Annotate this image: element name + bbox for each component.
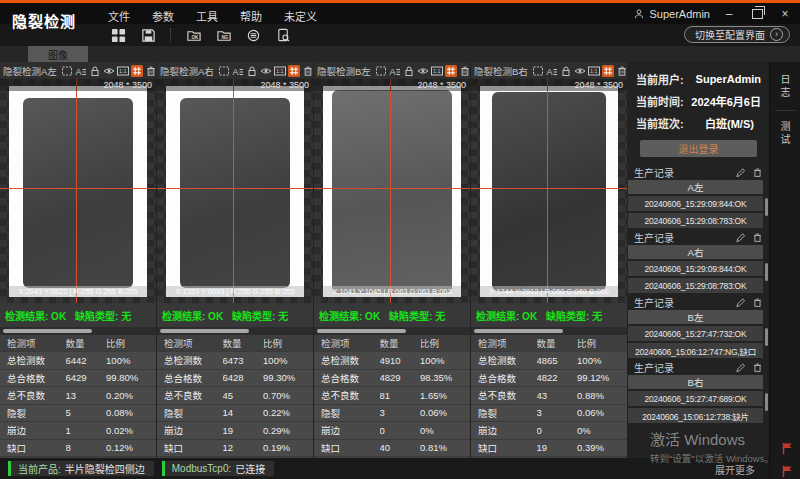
table-header-cell: 比例 — [263, 336, 313, 350]
annotation-icon[interactable]: A — [232, 65, 244, 77]
result-bar: 检测结果: OK 缺陷类型: 无 — [471, 303, 627, 327]
record-section-b-right: 生产记录 B右 20240606_15:27:47:689:OK20240606… — [628, 360, 769, 423]
save-icon[interactable] — [140, 27, 157, 44]
folder-ng-icon[interactable]: NG — [215, 27, 232, 44]
folder-ok-icon[interactable]: OK — [185, 27, 202, 44]
record-entry[interactable]: 20240606_15:27:47:732:OK — [628, 326, 763, 341]
menu-help[interactable]: 帮助 — [240, 8, 262, 24]
trash-icon[interactable] — [302, 65, 314, 77]
grid-icon[interactable] — [602, 65, 614, 77]
scrollbar-thumb[interactable] — [160, 329, 249, 333]
edit-icon[interactable] — [734, 231, 746, 243]
lock-icon[interactable] — [403, 65, 415, 77]
record-scrollbar[interactable] — [765, 393, 768, 411]
record-scrollbar[interactable] — [765, 198, 768, 216]
expand-more-link[interactable]: 展开更多 — [715, 462, 755, 477]
scrollbar-thumb[interactable] — [3, 329, 92, 333]
edit-icon[interactable] — [734, 296, 746, 308]
lock-icon[interactable] — [246, 65, 258, 77]
selection-rect-icon[interactable] — [375, 65, 387, 77]
grid-icon[interactable] — [445, 65, 457, 77]
table-cell: 缺口 — [471, 441, 537, 455]
record-list: 20240606_15:27:47:732:OK20240606_15:06:1… — [628, 326, 763, 358]
image-viewport[interactable]: 2048 * 3500 X:1041 Y:1045 | R:063 G:063 … — [314, 79, 470, 303]
trash-icon[interactable] — [145, 65, 157, 77]
status-label: 当前产品: — [18, 461, 61, 476]
info-row-shift: 当前班次: 白班(M/S) — [628, 112, 769, 134]
record-scrollbar[interactable] — [765, 263, 768, 281]
eye-icon[interactable] — [260, 65, 272, 77]
close-button[interactable]: × — [776, 6, 794, 22]
flag-icon[interactable] — [781, 465, 794, 478]
flag-icon[interactable] — [781, 442, 794, 455]
lock-icon[interactable] — [89, 65, 101, 77]
result-status: 检测结果: OK — [5, 308, 66, 323]
horizontal-scrollbar[interactable] — [471, 327, 627, 335]
table-row: 总不良数811.65% — [314, 387, 470, 405]
tab-test[interactable]: 测试 — [778, 121, 792, 147]
one-to-one-icon[interactable]: 1:1 — [117, 65, 129, 77]
record-entry[interactable]: 20240606_15:29:09:844:OK — [628, 196, 763, 211]
search-log-icon[interactable] — [275, 27, 292, 44]
table-cell: 总检测数 — [0, 353, 66, 367]
image-viewport[interactable]: 2048 * 3500 X:1353 Y:0093 | R:255 G:255 … — [157, 79, 313, 303]
stack-icon[interactable] — [245, 27, 262, 44]
scrollbar-thumb[interactable] — [317, 329, 406, 333]
eye-icon[interactable] — [417, 65, 429, 77]
lock-icon[interactable] — [560, 65, 572, 77]
record-scrollbar[interactable] — [765, 328, 768, 346]
annotation-icon[interactable]: A — [389, 65, 401, 77]
menu-tools[interactable]: 工具 — [196, 8, 218, 24]
current-user-chip[interactable]: SuperAdmin — [633, 8, 710, 20]
image-viewport[interactable]: 2048 * 3500 X:2043 Y:0522 | R:255 G:255 … — [0, 79, 156, 303]
svg-text:OK: OK — [191, 34, 199, 39]
trash-icon[interactable] — [751, 361, 763, 373]
minimize-button[interactable]: – — [720, 6, 738, 22]
record-entry[interactable]: 20240606_15:06:12:747:NG,缺口 — [628, 343, 763, 358]
grid-icon[interactable] — [288, 65, 300, 77]
one-to-one-icon[interactable]: 1:1 — [431, 65, 443, 77]
trash-icon[interactable] — [459, 65, 471, 77]
svg-text:1:1: 1:1 — [433, 68, 441, 74]
selection-rect-icon[interactable] — [532, 65, 544, 77]
info-value: SuperAdmin — [696, 73, 761, 85]
scrollbar-thumb[interactable] — [474, 329, 563, 333]
selection-rect-icon[interactable] — [218, 65, 230, 77]
maximize-button[interactable] — [748, 6, 766, 22]
menu-file[interactable]: 文件 — [108, 8, 130, 24]
image-viewport[interactable]: 2048 * 3500 X:1744 Y:2912 | R:060 G:060 … — [471, 79, 627, 303]
menu-parameters[interactable]: 参数 — [152, 8, 174, 24]
annotation-icon[interactable]: A — [75, 65, 87, 77]
horizontal-scrollbar[interactable] — [314, 327, 470, 335]
trash-icon[interactable] — [751, 296, 763, 308]
horizontal-scrollbar[interactable] — [157, 327, 313, 335]
status-bar: 当前产品: 半片隐裂检四侧边 ModbusTcp0: 已连接 展开更多 — [0, 458, 769, 479]
trash-icon[interactable] — [751, 166, 763, 178]
one-to-one-icon[interactable]: 1:1 — [588, 65, 600, 77]
logout-button[interactable]: 退出登录 — [640, 140, 757, 157]
table-cell: 12 — [223, 442, 264, 453]
trash-icon[interactable] — [616, 65, 628, 77]
record-entry[interactable]: 20240606_15:29:08:783:OK — [628, 213, 763, 228]
record-entry[interactable]: 20240606_15:29:09:844:OK — [628, 261, 763, 276]
tab-image[interactable]: 图像 — [28, 46, 88, 62]
edit-icon[interactable] — [734, 166, 746, 178]
grid-icon[interactable] — [131, 65, 143, 77]
horizontal-scrollbar[interactable] — [0, 327, 156, 335]
trash-icon[interactable] — [751, 231, 763, 243]
annotation-icon[interactable]: A — [546, 65, 558, 77]
tab-log[interactable]: 日志 — [778, 74, 792, 100]
layout-icon[interactable] — [110, 27, 127, 44]
menu-undefined[interactable]: 未定义 — [284, 8, 317, 24]
table-cell: 0.19% — [263, 442, 313, 453]
switch-to-config-button[interactable]: 切换至配置界面 › — [684, 26, 790, 43]
result-bar: 检测结果: OK 缺陷类型: 无 — [157, 303, 313, 327]
one-to-one-icon[interactable]: 1:1 — [274, 65, 286, 77]
edit-icon[interactable] — [734, 361, 746, 373]
record-entry[interactable]: 20240606_15:06:12:738:缺片 — [628, 408, 763, 423]
record-entry[interactable]: 20240606_15:29:08:783:OK — [628, 278, 763, 293]
eye-icon[interactable] — [574, 65, 586, 77]
selection-rect-icon[interactable] — [61, 65, 73, 77]
record-entry[interactable]: 20240606_15:27:47:689:OK — [628, 391, 763, 406]
eye-icon[interactable] — [103, 65, 115, 77]
